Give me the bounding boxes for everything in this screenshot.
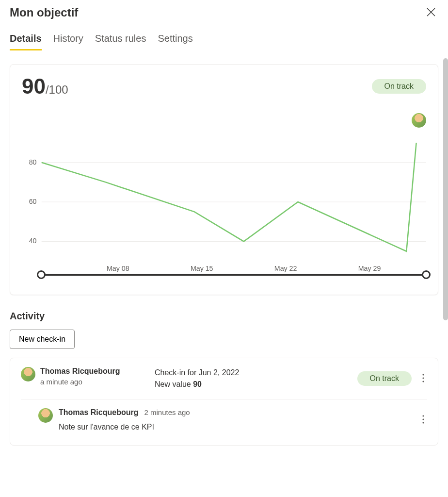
comment-time: 2 minutes ago	[144, 408, 190, 416]
close-button[interactable]	[424, 4, 438, 21]
range-handle-right[interactable]	[422, 270, 431, 279]
page-title: Mon objectif	[10, 6, 78, 19]
scrollbar[interactable]	[443, 58, 448, 320]
activity-new-value: 90	[193, 380, 202, 388]
activity-new-value-label: New value	[155, 380, 193, 388]
y-tick-60: 60	[29, 198, 37, 205]
avatar	[38, 408, 53, 423]
metric-chart-card: 90 /100 On track 80 60 40 May 08 May 15	[10, 64, 438, 295]
activity-detail-line1: Check-in for Jun 2, 2022	[155, 367, 350, 379]
range-track	[41, 274, 426, 276]
avatar	[21, 367, 35, 381]
activity-heading: Activity	[10, 311, 438, 322]
chart-area: 80 60 40 May 08 May 15 May 22 May 29	[22, 113, 426, 278]
chart-series-line	[42, 143, 416, 251]
y-tick-40: 40	[29, 237, 37, 245]
range-handle-left[interactable]	[37, 270, 46, 279]
activity-status-badge: On track	[357, 371, 412, 386]
activity-card: Thomas Ricquebourg a minute ago Check-in…	[10, 358, 438, 446]
svg-point-7	[422, 418, 424, 420]
svg-point-3	[422, 374, 424, 375]
comment-user-name: Thomas Ricquebourg	[59, 408, 138, 417]
tab-settings[interactable]: Settings	[158, 33, 192, 50]
tab-history[interactable]: History	[53, 33, 83, 50]
svg-point-8	[422, 422, 424, 423]
chart-svg: 80 60 40 May 08 May 15 May 22 May 29	[22, 113, 426, 281]
metric: 90 /100	[22, 74, 68, 99]
metric-value: 90	[22, 74, 46, 99]
tabs: Details History Status rules Settings	[10, 33, 438, 50]
divider	[21, 399, 427, 399]
more-vertical-icon	[422, 415, 424, 424]
svg-point-6	[422, 415, 424, 416]
comment-more-button[interactable]	[419, 413, 427, 427]
tab-status-rules[interactable]: Status rules	[95, 33, 146, 50]
svg-point-5	[422, 381, 424, 382]
close-icon	[427, 8, 435, 17]
status-badge: On track	[372, 79, 426, 94]
activity-user-name: Thomas Ricquebourg	[40, 367, 120, 376]
activity-time: a minute ago	[40, 378, 120, 386]
comment-text: Note sur l'avance de ce KPI	[59, 423, 414, 431]
activity-more-button[interactable]	[419, 372, 427, 386]
new-checkin-button[interactable]: New check-in	[10, 330, 75, 349]
chart-range-slider[interactable]	[41, 271, 426, 278]
activity-entry: Thomas Ricquebourg a minute ago Check-in…	[21, 367, 427, 390]
tab-details[interactable]: Details	[10, 33, 42, 50]
activity-detail: Check-in for Jun 2, 2022 New value 90	[155, 367, 350, 390]
svg-point-4	[422, 377, 424, 379]
more-vertical-icon	[422, 374, 424, 382]
comment-entry: Thomas Ricquebourg 2 minutes ago Note su…	[38, 408, 427, 431]
y-tick-80: 80	[29, 158, 37, 166]
metric-target: /100	[46, 83, 68, 97]
